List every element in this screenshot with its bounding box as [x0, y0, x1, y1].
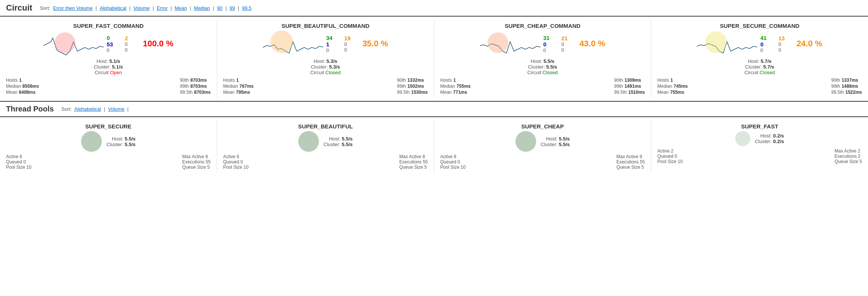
pool-left-stats: Active 8 Queued 0 Pool Size 10: [440, 154, 466, 170]
stat-blue: 1: [326, 41, 329, 47]
circuit-top: 31 0 0 21 0 0 43.0 %: [440, 31, 645, 57]
pool-bubble: [515, 131, 536, 152]
circuit-card-super_fast_command: SUPER_FAST_COMMAND 0 53 0 2 0 0 100.0 %: [0, 20, 217, 98]
pool-bottom: Active 6 Queued 0 Pool Size 10 Max Activ…: [223, 154, 428, 170]
thread-title: Thread Pools: [6, 105, 54, 113]
sort-error-volume[interactable]: Error then Volume: [53, 5, 93, 11]
circuit-pct: 35.0 %: [362, 39, 388, 49]
thread-sort: Sort: Alphabetical | Volume |: [60, 106, 130, 112]
circuit-right-stats: 90th 1309ms 99th 1491ms 99.5th 1510ms: [614, 78, 645, 95]
stat-gray2: 0: [125, 41, 127, 47]
sort-error[interactable]: Error: [157, 5, 168, 11]
circuit-pct: 43.0 %: [580, 39, 606, 49]
pool-bubble: [298, 131, 319, 152]
stat-success: 0: [107, 35, 110, 41]
sparkline-container: [480, 31, 540, 57]
circuit-right-stats: 90th 1332ms 99th 1502ms 99.5th 1530ms: [397, 78, 428, 95]
circuit-stats-left: 41 0 0: [760, 35, 775, 53]
pool-rates: Host: 5.5/s Cluster: 5.5/s: [106, 136, 135, 147]
pool-rates: Host: 5.5/s Cluster: 5.5/s: [324, 136, 353, 147]
stat-gray2: 0: [561, 41, 564, 47]
circuit-pct: 100.0 %: [143, 39, 173, 49]
stat-gray1: 0: [326, 47, 329, 53]
stat-blue: 0: [543, 41, 546, 47]
circuit-rates: Host: 5.3/s Cluster: 5.3/s Circuit Close…: [223, 58, 428, 75]
circuit-pct-value: 100.0 %: [143, 39, 173, 48]
stat-gray1: 0: [543, 47, 546, 53]
circuit-status: Closed: [543, 70, 558, 75]
stat-blue: 0: [760, 41, 763, 47]
pool-card-super_secure: SUPER_SECURE Host: 5.5/s Cluster: 5.5/s …: [0, 120, 217, 173]
circuit-stats-mid: 13 0 0: [778, 35, 793, 53]
stat-orange: 13: [778, 35, 785, 41]
pool-top: Host: 5.5/s Cluster: 5.5/s: [6, 131, 211, 152]
pool-bottom: Active 2 Queued 0 Pool Size 10 Max Activ…: [657, 148, 862, 164]
circuit-name: SUPER_CHEAP_COMMAND: [440, 23, 645, 29]
pool-right-stats: Max Active 9 Executions 55 Queue Size 5: [616, 154, 645, 170]
sort-99[interactable]: 99: [230, 5, 235, 11]
circuit-rates: Host: 5.7/s Cluster: 5.7/s Circuit Close…: [657, 58, 862, 75]
pool-right-stats: Max Active 2 Executions 2 Queue Size 5: [834, 148, 862, 164]
circuit-bubble: [55, 32, 75, 53]
circuit-top: 0 53 0 2 0 0 100.0 %: [6, 31, 211, 57]
pool-top: Host: 5.5/s Cluster: 5.5/s: [223, 131, 428, 152]
pool-rates: Host: 0.2/s Cluster: 0.2/s: [755, 133, 784, 144]
pool-name: SUPER_BEAUTIFUL: [223, 123, 428, 130]
stat-orange: 2: [125, 35, 128, 41]
pool-bubble: [735, 131, 750, 146]
circuit-left-stats: Hosts 1 Median 745ms Mean 755ms: [657, 78, 688, 95]
pool-left-stats: Active 2 Queued 0 Pool Size 10: [657, 148, 682, 164]
circuit-top: 34 1 0 19 0 0 35.0 %: [223, 31, 428, 57]
stat-gray3: 0: [344, 47, 347, 53]
sort-median[interactable]: Median: [194, 5, 210, 11]
circuit-stats-left: 31 0 0: [543, 35, 558, 53]
circuit-stats-mid: 19 0 0: [344, 35, 359, 53]
circuit-cards-row: SUPER_FAST_COMMAND 0 53 0 2 0 0 100.0 %: [0, 17, 868, 101]
thread-sort-volume[interactable]: Volume: [108, 106, 124, 112]
stat-gray3: 0: [125, 47, 127, 53]
pool-top: Host: 5.5/s Cluster: 5.5/s: [440, 131, 645, 152]
stat-success: 41: [760, 35, 767, 41]
circuit-sort: Sort: Error then Volume | Alphabetical |…: [38, 5, 252, 11]
circuit-stats-mid: 2 0 0: [125, 35, 140, 53]
pool-right-stats: Max Active 8 Executions 55 Queue Size 5: [399, 154, 428, 170]
sort-90[interactable]: 90: [217, 5, 222, 11]
pool-bubble: [81, 131, 102, 152]
circuit-card-super_beautiful_command: SUPER_BEAUTIFUL_COMMAND 34 1 0 19 0 0 35…: [217, 20, 434, 98]
stat-success: 31: [543, 35, 550, 41]
stat-gray2: 0: [344, 41, 347, 47]
sort-alphabetical[interactable]: Alphabetical: [100, 5, 126, 11]
pool-cards-row: SUPER_SECURE Host: 5.5/s Cluster: 5.5/s …: [0, 117, 868, 176]
sort-volume[interactable]: Volume: [133, 5, 150, 11]
pool-bottom: Active 8 Queued 0 Pool Size 10 Max Activ…: [440, 154, 645, 170]
circuit-name: SUPER_BEAUTIFUL_COMMAND: [223, 23, 428, 29]
thread-sort-alphabetical[interactable]: Alphabetical: [74, 106, 101, 112]
stat-gray3: 0: [561, 47, 564, 53]
circuit-bottom: Hosts 1 Median 755ms Mean 771ms 90th 130…: [440, 78, 645, 95]
pool-card-super_cheap: SUPER_CHEAP Host: 5.5/s Cluster: 5.5/s A…: [434, 120, 652, 173]
circuit-name: SUPER_FAST_COMMAND: [6, 23, 211, 29]
sort-mean[interactable]: Mean: [175, 5, 187, 11]
stat-gray1: 0: [107, 47, 109, 53]
circuit-pct-value: 24.0 %: [796, 39, 822, 48]
pool-card-super_beautiful: SUPER_BEAUTIFUL Host: 5.5/s Cluster: 5.5…: [217, 120, 434, 173]
sparkline-container: [43, 31, 104, 57]
stat-gray2: 0: [778, 41, 781, 47]
sparkline-container: [697, 31, 757, 57]
circuit-top: 41 0 0 13 0 0 24.0 %: [657, 31, 862, 57]
pool-rates: Host: 5.5/s Cluster: 5.5/s: [541, 136, 570, 147]
stat-orange: 21: [561, 35, 568, 41]
circuit-status: Closed: [325, 70, 340, 75]
circuit-rates: Host: 5.5/s Cluster: 5.5/s Circuit Close…: [440, 58, 645, 75]
pool-left-stats: Active 6 Queued 0 Pool Size 10: [223, 154, 248, 170]
stat-success: 34: [326, 35, 333, 41]
pool-card-super_fast: SUPER_FAST Host: 0.2/s Cluster: 0.2/s Ac…: [651, 120, 868, 173]
pool-name: SUPER_CHEAP: [440, 123, 645, 130]
circuit-bubble: [705, 31, 727, 53]
sort-995[interactable]: 99.5: [242, 5, 252, 11]
circuit-left-stats: Hosts 1 Median 755ms Mean 771ms: [440, 78, 471, 95]
circuit-bubble: [270, 31, 293, 53]
sparkline-container: [263, 31, 323, 57]
stat-blue: 53: [107, 41, 113, 47]
circuit-status: Open: [110, 70, 122, 75]
